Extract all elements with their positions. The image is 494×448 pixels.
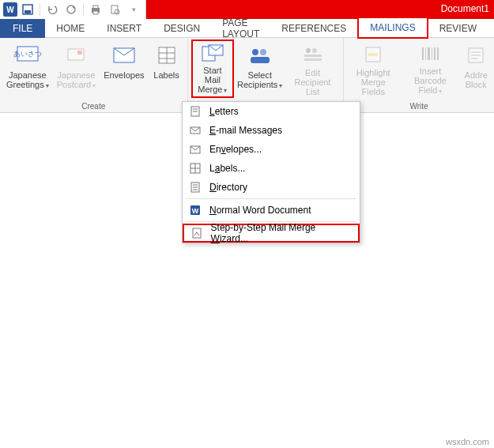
word-doc-icon: W — [189, 204, 202, 216]
svg-rect-24 — [304, 55, 322, 57]
label: Envelopes — [104, 70, 144, 80]
barcode-icon — [418, 43, 443, 64]
start-mail-merge-button[interactable]: Start MailMerge — [191, 40, 235, 98]
tab-insert[interactable]: INSERT — [96, 19, 153, 38]
label: Step-by-Step Mail Merge Wizard... — [211, 222, 352, 244]
select-recipients-icon — [247, 43, 273, 68]
undo-icon[interactable] — [43, 1, 61, 18]
label: JapaneseGreetings — [6, 70, 49, 91]
envelope-icon — [189, 143, 202, 156]
tab-design[interactable]: DESIGN — [153, 19, 211, 38]
svg-rect-28 — [422, 47, 424, 60]
svg-rect-1 — [25, 10, 31, 13]
svg-rect-25 — [304, 58, 322, 61]
svg-rect-5 — [93, 11, 98, 14]
labels-icon — [154, 43, 179, 68]
label: AddreBlock — [465, 70, 488, 89]
address-block-button: AddreBlock — [462, 40, 492, 98]
edit-recipient-list-button: EditRecipient List — [285, 40, 340, 98]
svg-rect-33 — [437, 47, 439, 60]
postcard-icon — [63, 43, 89, 68]
svg-point-23 — [312, 48, 317, 53]
email-icon — [189, 124, 202, 137]
svg-point-20 — [260, 49, 266, 55]
tab-page-layout[interactable]: PAGE LAYOUT — [211, 19, 270, 38]
label: HighlightMerge Fields — [350, 68, 397, 96]
svg-rect-21 — [251, 57, 270, 63]
group-label: Write — [347, 100, 491, 112]
start-mail-merge-menu: Letters E-mail Messages Envelopes... Lab… — [182, 101, 360, 243]
word-app-icon[interactable]: W — [3, 2, 17, 17]
greetings-icon: あいさつ — [15, 43, 40, 68]
address-block-icon — [463, 43, 488, 68]
quick-print-icon[interactable] — [87, 1, 104, 18]
label: JapanesePostcard — [57, 70, 96, 91]
svg-point-22 — [306, 48, 311, 53]
select-recipients-button[interactable]: SelectRecipients — [236, 40, 284, 98]
menu-directory[interactable]: Directory — [183, 178, 360, 197]
tab-mailings[interactable]: MAILINGS — [357, 17, 428, 39]
japanese-greetings-button[interactable]: あいさつ JapaneseGreetings — [3, 40, 52, 98]
label: Envelopes... — [209, 144, 262, 155]
wizard-icon — [190, 227, 203, 239]
tab-view[interactable]: V — [488, 19, 494, 38]
tab-references[interactable]: REFERENCES — [270, 19, 357, 38]
svg-rect-31 — [432, 47, 432, 60]
group-label: Create — [3, 100, 184, 112]
quick-access-toolbar: W ▾ — [0, 0, 146, 19]
print-preview-icon[interactable] — [106, 1, 123, 18]
svg-rect-29 — [425, 47, 426, 60]
svg-rect-32 — [434, 47, 436, 60]
svg-text:W: W — [192, 207, 199, 215]
menu-step-by-step-wizard[interactable]: Step-by-Step Mail Merge Wizard... — [183, 224, 360, 243]
labels-button[interactable]: Labels — [149, 40, 184, 98]
menu-separator — [186, 198, 356, 199]
menu-letters[interactable]: Letters — [183, 102, 360, 121]
menu-normal-document[interactable]: W Normal Word Document — [183, 201, 360, 220]
group-write: HighlightMerge Fields Insert BarcodeFiel… — [344, 38, 494, 112]
label: Letters — [209, 106, 239, 117]
document-title: Document1 — [441, 3, 489, 14]
japanese-postcard-button: JapanesePostcard — [54, 40, 99, 98]
app-letter: W — [6, 6, 13, 14]
svg-rect-30 — [428, 47, 430, 60]
watermark: wsxdn.com — [446, 437, 489, 446]
tab-review[interactable]: REVIEW — [428, 19, 488, 38]
menu-labels[interactable]: Labels... — [183, 159, 360, 178]
svg-rect-27 — [368, 53, 378, 56]
label: Insert BarcodeField — [405, 66, 457, 96]
menu-email-messages[interactable]: E-mail Messages — [183, 121, 360, 140]
label: Labels — [153, 70, 179, 80]
svg-rect-11 — [77, 51, 82, 55]
tab-file[interactable]: FILE — [0, 19, 45, 38]
separator — [83, 3, 84, 16]
label: Labels... — [209, 163, 245, 174]
directory-icon — [189, 181, 202, 194]
label: SelectRecipients — [237, 70, 282, 91]
envelopes-button[interactable]: Envelopes — [100, 40, 147, 98]
qat-dropdown-icon[interactable]: ▾ — [125, 1, 142, 18]
highlight-icon — [360, 43, 386, 66]
labels-icon — [189, 162, 202, 175]
label: Normal Word Document — [209, 205, 311, 216]
envelope-icon — [111, 43, 137, 68]
svg-text:あいさつ: あいさつ — [13, 50, 42, 58]
save-icon[interactable] — [19, 1, 36, 18]
label: Directory — [209, 182, 247, 193]
letter-icon — [189, 105, 202, 118]
group-create: あいさつ JapaneseGreetings JapanesePostcard … — [0, 38, 188, 112]
label: Start MailMerge — [196, 66, 230, 96]
label: E-mail Messages — [209, 125, 282, 136]
separator — [40, 3, 40, 16]
insert-barcode-field-button: Insert BarcodeField — [402, 40, 460, 98]
svg-rect-52 — [193, 228, 201, 238]
edit-list-icon — [300, 43, 326, 66]
tab-home[interactable]: HOME — [45, 19, 96, 38]
redo-icon[interactable] — [62, 1, 80, 18]
ribbon-tabs: FILE HOME INSERT DESIGN PAGE LAYOUT REFE… — [0, 19, 494, 38]
menu-envelopes[interactable]: Envelopes... — [183, 140, 360, 159]
svg-point-19 — [252, 49, 258, 55]
label: EditRecipient List — [288, 68, 337, 96]
start-mail-merge-icon — [200, 44, 225, 63]
highlight-merge-fields-button: HighlightMerge Fields — [347, 40, 400, 98]
